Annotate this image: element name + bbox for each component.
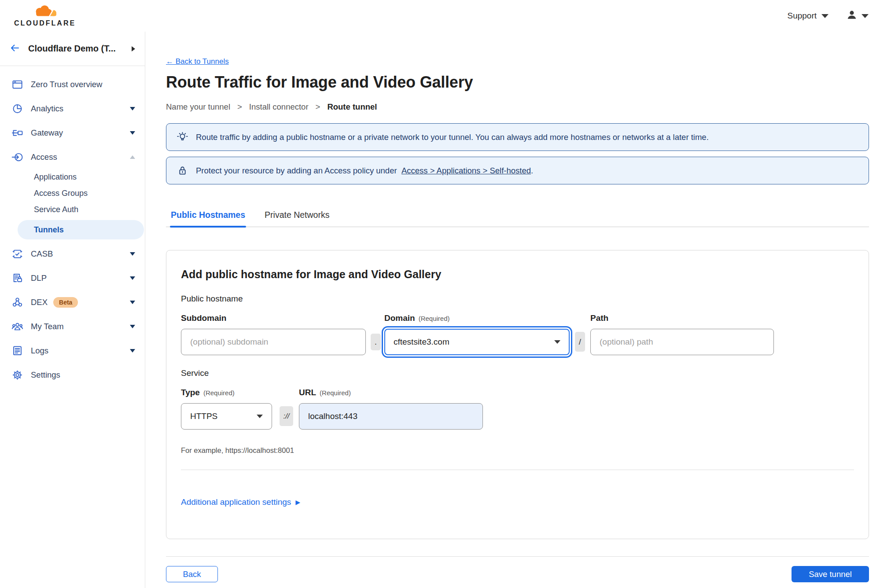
breadcrumb-step-install-connector: Install connector xyxy=(249,102,309,112)
sidebar-item-logs[interactable]: Logs xyxy=(0,338,145,363)
breadcrumb-step-route-tunnel: Route tunnel xyxy=(327,102,377,112)
subdomain-label: Subdomain xyxy=(181,313,366,323)
cloudflare-wordmark: CLOUDFLARE xyxy=(14,19,76,27)
back-button[interactable]: Back xyxy=(166,566,218,582)
sidebar-item-label: Logs xyxy=(31,346,48,356)
chevron-down-icon xyxy=(130,276,135,280)
support-menu[interactable]: Support xyxy=(787,11,828,21)
chevron-down-icon xyxy=(130,301,135,304)
additional-settings-toggle[interactable]: Additional application settings ▶ xyxy=(181,497,300,507)
domain-label-text: Domain xyxy=(384,313,415,323)
type-label: Type (Required) xyxy=(181,388,272,397)
pie-chart-icon xyxy=(11,103,23,114)
protect-banner: Protect your resource by adding an Acces… xyxy=(166,157,869,184)
sidebar-item-label: Access xyxy=(31,152,57,162)
sidebar-item-my-team[interactable]: My Team xyxy=(0,314,145,338)
path-input[interactable] xyxy=(590,329,774,355)
chevron-down-icon xyxy=(130,131,135,135)
window-icon xyxy=(11,78,23,90)
beta-badge: Beta xyxy=(53,297,78,308)
sidebar-item-settings[interactable]: Settings xyxy=(0,363,145,387)
account-switcher[interactable]: Cloudflare Demo (T... xyxy=(0,32,145,66)
casb-icon xyxy=(11,248,23,260)
tab-bar: Public Hostnames Private Networks xyxy=(166,210,869,227)
sidebar-item-analytics[interactable]: Analytics xyxy=(0,96,145,121)
gear-icon xyxy=(11,369,23,381)
page-title: Route Traffic for Image and Video Galler… xyxy=(166,73,869,92)
protect-banner-prefix: Protect your resource by adding an Acces… xyxy=(196,166,397,175)
sidebar: Cloudflare Demo (T... Zero Trust overvie… xyxy=(0,32,145,588)
sidebar-item-label: Analytics xyxy=(31,104,63,114)
top-bar: CLOUDFLARE Support xyxy=(0,0,880,32)
sidebar-item-label: DLP xyxy=(31,273,47,283)
breadcrumb-step-name-tunnel: Name your tunnel xyxy=(166,102,230,112)
document-lock-icon xyxy=(11,272,23,284)
additional-settings-label: Additional application settings xyxy=(181,497,291,507)
sidebar-item-label: CASB xyxy=(31,249,53,259)
sidebar-item-dlp[interactable]: DLP xyxy=(0,266,145,290)
back-arrow-icon[interactable] xyxy=(10,43,20,55)
footer-actions: Back Save tunnel xyxy=(166,566,869,582)
sidebar-item-label: Settings xyxy=(31,370,60,380)
chevron-down-icon xyxy=(130,252,135,256)
sidebar-item-zero-trust-overview[interactable]: Zero Trust overview xyxy=(0,72,145,96)
chevron-down-icon xyxy=(257,415,263,418)
url-label-text: URL xyxy=(299,388,316,397)
hostname-field-row: Subdomain . Domain (Required) cftestsite… xyxy=(181,313,854,355)
subdomain-label-text: Subdomain xyxy=(181,313,226,323)
url-required-hint: (Required) xyxy=(320,389,351,397)
domain-label: Domain (Required) xyxy=(384,313,570,323)
sidebar-item-dex[interactable]: DEX Beta xyxy=(0,290,145,314)
team-icon xyxy=(11,320,23,332)
chevron-down-icon xyxy=(130,349,135,353)
back-to-tunnels-link[interactable]: ← Back to Tunnels xyxy=(166,57,229,66)
domain-select[interactable]: cftestsite3.com xyxy=(384,329,570,355)
domain-select-value: cftestsite3.com xyxy=(394,337,449,347)
breadcrumb: Name your tunnel > Install connector > R… xyxy=(166,102,869,112)
card-heading: Add public hostname for Image and Video … xyxy=(181,268,854,281)
chevron-down-icon xyxy=(130,107,135,110)
sidebar-item-label: DEX xyxy=(31,298,48,307)
sidebar-item-label: Applications xyxy=(34,173,77,182)
public-hostname-section-label: Public hostname xyxy=(181,294,854,304)
path-column: Path xyxy=(590,313,774,355)
access-applications-self-hosted-link[interactable]: Access > Applications > Self-hosted xyxy=(401,166,531,175)
url-label: URL (Required) xyxy=(299,388,483,397)
sidebar-item-tunnels[interactable]: Tunnels xyxy=(18,220,144,239)
chevron-right-icon[interactable] xyxy=(132,46,135,51)
chevron-down-icon xyxy=(130,325,135,328)
user-icon xyxy=(846,9,858,22)
breadcrumb-separator: > xyxy=(237,102,242,112)
chevron-down-icon xyxy=(554,340,560,344)
save-tunnel-button[interactable]: Save tunnel xyxy=(792,566,869,582)
tab-private-networks[interactable]: Private Networks xyxy=(264,210,330,227)
sidebar-item-label: My Team xyxy=(31,322,64,331)
sidebar-item-label: Access Groups xyxy=(34,189,88,198)
sidebar-item-access-groups[interactable]: Access Groups xyxy=(0,185,145,202)
sidebar-item-service-auth[interactable]: Service Auth xyxy=(0,202,145,218)
sidebar-item-access[interactable]: Access xyxy=(0,145,145,169)
service-field-row: Type (Required) HTTPS :// URL (Required) xyxy=(181,388,854,430)
service-type-select[interactable]: HTTPS xyxy=(181,403,272,430)
chevron-down-icon xyxy=(821,14,828,18)
protocol-separator: :// xyxy=(280,406,293,426)
domain-column: Domain (Required) cftestsite3.com xyxy=(384,313,570,355)
tip-banner: Route traffic by adding a public hostnam… xyxy=(166,123,869,151)
breadcrumb-separator: > xyxy=(316,102,320,112)
sidebar-item-label: Gateway xyxy=(31,128,63,138)
subdomain-column: Subdomain xyxy=(181,313,366,355)
cloudflare-logo[interactable]: CLOUDFLARE xyxy=(11,4,78,27)
subdomain-input[interactable] xyxy=(181,329,366,355)
topbar-right: Support xyxy=(787,9,869,22)
url-column: URL (Required) xyxy=(299,388,483,430)
service-url-input[interactable] xyxy=(299,403,483,430)
sidebar-item-gateway[interactable]: Gateway xyxy=(0,121,145,145)
service-type-value: HTTPS xyxy=(190,412,217,421)
sidebar-item-applications[interactable]: Applications xyxy=(0,169,145,185)
sidebar-item-casb[interactable]: CASB xyxy=(0,242,145,266)
lock-icon xyxy=(177,165,188,176)
type-column: Type (Required) HTTPS xyxy=(181,388,272,430)
account-menu[interactable] xyxy=(846,9,869,22)
tip-banner-text: Route traffic by adding a public hostnam… xyxy=(196,132,709,142)
tab-public-hostnames[interactable]: Public Hostnames xyxy=(170,210,246,227)
